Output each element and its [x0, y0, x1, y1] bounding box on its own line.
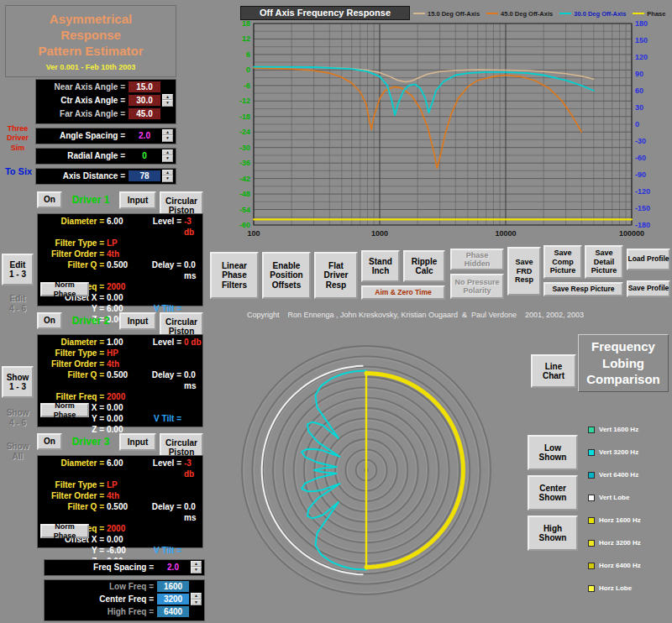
spinner-down-icon[interactable]: ▼ [191, 599, 202, 606]
spinner-down-icon[interactable]: ▼ [162, 100, 173, 107]
svg-text:-60: -60 [239, 221, 250, 229]
freq-spacing-spinner[interactable]: ▲▼ [191, 561, 202, 573]
freq-spacing-value[interactable]: 2.0 [157, 562, 189, 573]
filter-type-label: Filter Type = [38, 479, 107, 490]
spinner-up-icon[interactable]: ▲ [191, 593, 202, 599]
flat-driver-resp-button[interactable]: Flat Driver Resp [314, 252, 358, 299]
svg-text:18: 18 [242, 19, 250, 28]
driver-2-input-button[interactable]: Input [119, 312, 156, 330]
near-axis-value[interactable]: 15.0 [129, 81, 160, 92]
axis-angle-panel: Near Axis Angle = 15.0 Ctr Axis Angle = … [35, 79, 176, 124]
enable-position-offsets-button[interactable]: Enable Position Offsets [262, 252, 311, 299]
driver-1-params-panel: Diameter = 6.00 Level = -3 db Filter Typ… [37, 213, 203, 306]
spinner-up-icon[interactable]: ▲ [191, 561, 202, 568]
spinner-down-icon[interactable]: ▼ [162, 155, 173, 162]
stand-inch-button[interactable]: Stand Inch [361, 250, 400, 282]
svg-text:6: 6 [246, 50, 250, 59]
angle-spacing-spinner[interactable]: ▲▼ [162, 129, 173, 142]
v-tilt-label: V Tilt = [142, 545, 184, 556]
far-axis-value[interactable]: 45.0 [129, 108, 160, 119]
driver-1-input-button[interactable]: Input [119, 191, 156, 209]
spinner-up-icon[interactable]: ▲ [162, 170, 173, 176]
save-resp-picture-button[interactable]: Save Resp Picture [543, 282, 623, 296]
center-freq-spinner[interactable]: ▲▼ [191, 593, 202, 605]
show-1-3-button[interactable]: Show 1 - 3 [2, 366, 34, 398]
ctr-axis-value[interactable]: 30.0 [129, 95, 160, 106]
spinner-up-icon[interactable]: ▲ [162, 129, 173, 136]
save-profile-button[interactable]: Save Profile [627, 280, 670, 297]
svg-text:60: 60 [635, 86, 643, 95]
freq-spacing-label: Freq Spacing = [47, 563, 154, 572]
show-4-6-label: Show 4 - 6 [2, 408, 34, 428]
svg-text:100: 100 [247, 229, 260, 238]
norm-phase-button[interactable]: Norm Phase [40, 524, 89, 538]
svg-text:12: 12 [242, 34, 250, 43]
spinner-up-icon[interactable]: ▲ [162, 149, 173, 156]
norm-phase-button[interactable]: Norm Phase [40, 403, 89, 417]
filter-type-label: Filter Type = [38, 238, 107, 249]
level-label: Level = [142, 337, 184, 348]
linear-phase-filters-button[interactable]: Linear Phase Filters [210, 252, 259, 299]
driver-3-input-button[interactable]: Input [119, 433, 156, 451]
axis-distance-value[interactable]: 78 [129, 170, 160, 181]
polar-legend-item[interactable]: Vert 3200 Hz [588, 441, 669, 463]
norm-phase-button[interactable]: Norm Phase [40, 282, 89, 296]
driver-1-section: On Driver 1 Input Circular Piston Diamet… [37, 191, 203, 307]
center-freq-value[interactable]: 3200 [157, 594, 189, 605]
ctr-axis-spinner[interactable]: ▲▼ [162, 94, 173, 107]
filter-freq-value: 2000 [107, 523, 142, 534]
aim-zero-time-button[interactable]: Aim & Zero Time [361, 285, 445, 300]
angle-spacing-panel: Angle Spacing = 2.0 ▲▼ [35, 128, 176, 144]
no-pressure-polarity-button[interactable]: No Pressure Polarity [450, 274, 504, 299]
filter-type-label: Filter Type = [38, 348, 107, 359]
radial-angle-value[interactable]: 0 [129, 150, 160, 161]
spinner-down-icon[interactable]: ▼ [162, 175, 173, 182]
polar-legend-item[interactable]: Vert 1600 Hz [588, 418, 669, 441]
offset-y-value: -6.00 [107, 545, 142, 556]
legend-label: 45.0 Deg Off-Axis [501, 10, 553, 18]
legend-line-swatch [559, 13, 571, 14]
legend-color-swatch [588, 472, 595, 479]
spinner-up-icon[interactable]: ▲ [162, 94, 173, 101]
polar-legend-item[interactable]: Horz 1600 Hz [588, 509, 669, 531]
edit-1-3-button[interactable]: Edit 1 - 3 [2, 254, 34, 285]
save-detail-picture-button[interactable]: Save Detail Picture [585, 245, 623, 279]
radial-angle-spinner[interactable]: ▲▼ [162, 149, 173, 162]
driver-1-on-button[interactable]: On [37, 191, 62, 208]
high-shown-button[interactable]: High Shown [528, 516, 578, 551]
line-chart-button[interactable]: Line Chart [531, 354, 576, 388]
low-freq-value[interactable]: 1600 [157, 581, 189, 592]
angle-spacing-value[interactable]: 2.0 [129, 130, 160, 141]
driver-3-on-button[interactable]: On [37, 433, 62, 450]
legend-label: 30.0 Deg Off-Axis [574, 10, 626, 18]
low-shown-button[interactable]: Low Shown [528, 435, 578, 470]
edit-4-6-label: Edit 4 - 6 [2, 294, 34, 314]
spinner-down-icon[interactable]: ▼ [191, 567, 202, 573]
delay-value: 0.0 ms [184, 369, 202, 391]
svg-text:-42: -42 [239, 175, 250, 183]
lobing-comparison-title: Frequency Lobing Comparison [578, 334, 669, 392]
legend-label: Vert Lobe [599, 494, 629, 501]
freq-values-panel: Low Freq = 1600 Center Freq = 3200 ▲▼ Hi… [44, 579, 205, 621]
polar-legend-item[interactable]: Vert 6400 Hz [588, 463, 669, 486]
spinner-down-icon[interactable]: ▼ [162, 135, 173, 142]
filter-order-label: Filter Order = [38, 490, 107, 501]
load-profile-button[interactable]: Load Profile [627, 249, 670, 270]
polar-legend-item[interactable]: Horz Lobe [588, 577, 669, 599]
save-frd-resp-button[interactable]: Save FRD Resp [507, 247, 541, 296]
svg-text:-30: -30 [239, 144, 250, 152]
center-shown-button[interactable]: Center Shown [528, 475, 578, 510]
polar-legend-item[interactable]: Horz 6400 Hz [588, 554, 669, 577]
polar-legend-item[interactable]: Horz 3200 Hz [588, 531, 669, 554]
high-freq-value[interactable]: 6400 [157, 606, 189, 617]
axis-distance-panel: Axis Distance = 78 ▲▼ [35, 168, 176, 185]
to-six-link[interactable]: To Six [3, 166, 34, 176]
save-comp-picture-button[interactable]: Save Comp Picture [543, 245, 582, 279]
polar-legend-item[interactable]: Vert Lobe [588, 486, 669, 509]
phase-hidden-button[interactable]: Phase Hidden [450, 249, 504, 270]
axis-distance-spinner[interactable]: ▲▼ [162, 170, 173, 182]
delay-label: Delay = [142, 501, 184, 523]
legend-label: 15.0 Deg Off-Axis [428, 10, 480, 18]
ripple-calc-button[interactable]: Ripple Calc [403, 250, 445, 282]
driver-2-on-button[interactable]: On [37, 312, 62, 329]
